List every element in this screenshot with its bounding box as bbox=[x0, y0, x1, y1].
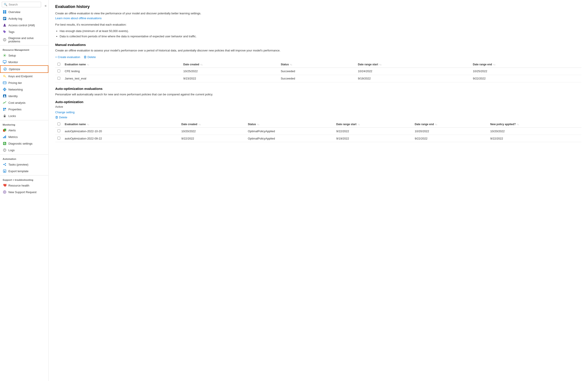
svg-point-11 bbox=[4, 40, 5, 40]
sidebar-item-identity-label: Identity bbox=[8, 95, 18, 98]
sidebar-item-export[interactable]: Export template bbox=[0, 168, 48, 174]
description-1: Create an offline evaluation to view the… bbox=[55, 11, 581, 16]
sidebar-item-overview[interactable]: Overview bbox=[0, 9, 48, 15]
auto-col-date-end: Date range end ↑↓ bbox=[413, 121, 488, 128]
auto-sort-icon-status[interactable]: ↑↓ bbox=[257, 123, 259, 126]
sidebar-item-logs[interactable]: Logs bbox=[0, 147, 48, 153]
sidebar-item-setup[interactable]: Setup bbox=[0, 52, 48, 59]
auto-description: Personalizer will automatically search f… bbox=[55, 92, 581, 97]
sidebar-item-properties-label: Properties bbox=[8, 108, 21, 111]
svg-point-17 bbox=[3, 75, 5, 77]
auto-sort-icon-date-start[interactable]: ↑↓ bbox=[357, 123, 360, 126]
sidebar-item-tasks-label: Tasks (preview) bbox=[8, 163, 28, 166]
sort-icon-date-start[interactable]: ↑↓ bbox=[379, 63, 381, 66]
auto-sort-icon-date-created[interactable]: ↑↓ bbox=[198, 123, 201, 126]
manual-eval-name-1[interactable]: James_test_eval bbox=[63, 75, 181, 82]
sidebar-item-health-label: Resource health bbox=[8, 184, 29, 187]
activity-log-icon bbox=[3, 17, 7, 20]
manual-status-1: Succeeded bbox=[278, 75, 356, 82]
sidebar-item-activity-log[interactable]: Activity log bbox=[0, 15, 48, 22]
change-setting-link[interactable]: Change setting bbox=[55, 111, 74, 114]
auto-col-new-policy: New policy applied? ↑↓ bbox=[488, 121, 581, 128]
svg-line-18 bbox=[5, 77, 6, 78]
sidebar-item-tasks[interactable]: Tasks (preview) bbox=[0, 161, 48, 168]
svg-rect-25 bbox=[5, 108, 6, 109]
iam-icon bbox=[3, 23, 7, 27]
bullet-item-2: Data is collected from periods of time w… bbox=[60, 34, 581, 39]
delete-manual-button[interactable]: Delete bbox=[84, 55, 96, 59]
auto-date-start-0: 9/22/2022 bbox=[334, 128, 412, 135]
sidebar-item-diagnostic-label: Diagnostic settings bbox=[8, 142, 32, 145]
svg-rect-28 bbox=[4, 116, 5, 117]
sidebar-item-tags[interactable]: Tags bbox=[0, 28, 48, 35]
sidebar-item-keys[interactable]: Keys and Endpoint bbox=[0, 73, 48, 80]
svg-rect-5 bbox=[3, 18, 6, 18]
sidebar-item-monitor-label: Monitor bbox=[8, 60, 18, 64]
sidebar-item-diagnose[interactable]: Diagnose and solve problems bbox=[0, 35, 48, 44]
sidebar-item-networking[interactable]: Networking bbox=[0, 86, 48, 93]
sidebar-item-new-support[interactable]: New Support Request bbox=[0, 189, 48, 195]
auto-date-end-0: 10/20/2022 bbox=[413, 128, 488, 135]
manual-date-created-0: 10/25/2022 bbox=[181, 68, 278, 75]
auto-col-date-created: Date created ↑↓ bbox=[179, 121, 246, 128]
auto-delete-button[interactable]: Delete bbox=[55, 116, 67, 119]
sidebar-item-locks-label: Locks bbox=[8, 114, 16, 118]
sort-icon-date-created[interactable]: ↑↓ bbox=[200, 63, 203, 66]
sidebar-item-metrics[interactable]: Metrics bbox=[0, 134, 48, 140]
svg-rect-2 bbox=[3, 12, 4, 14]
svg-line-42 bbox=[4, 165, 5, 165]
svg-point-38 bbox=[3, 164, 4, 165]
sidebar-item-properties[interactable]: Properties bbox=[0, 106, 48, 113]
sidebar-item-locks[interactable]: Locks bbox=[0, 113, 48, 119]
description-2: For best results, it's recommended that … bbox=[55, 22, 581, 27]
auto-sort-icon-name[interactable]: ↑↓ bbox=[87, 123, 89, 126]
auto-status: Active bbox=[55, 105, 581, 108]
sort-icon-status[interactable]: ↑↓ bbox=[290, 63, 292, 66]
collapse-button[interactable]: « bbox=[43, 3, 48, 9]
manual-row-checkbox-1[interactable] bbox=[57, 77, 60, 80]
auto-sort-icon-new-policy[interactable]: ↑↓ bbox=[517, 123, 519, 126]
auto-row-checkbox-1[interactable] bbox=[57, 137, 60, 140]
auto-section-title: Auto-optimization evaluations bbox=[55, 87, 581, 91]
support-icon bbox=[3, 190, 7, 194]
section-monitoring: Monitoring bbox=[0, 121, 48, 127]
alerts-icon bbox=[3, 128, 7, 132]
auto-sort-icon-date-end[interactable]: ↑↓ bbox=[435, 123, 437, 126]
sidebar-item-alerts[interactable]: Alerts bbox=[0, 127, 48, 134]
manual-eval-table: Evaluation name ↑↓ Date created ↑↓ Statu… bbox=[55, 61, 581, 82]
auto-date-created-1: 9/22/2022 bbox=[179, 135, 246, 142]
auto-table-row: autoOptimization-2022-10-20 10/20/2022 O… bbox=[55, 128, 581, 135]
auto-date-start-1: 9/19/2022 bbox=[334, 135, 412, 142]
overview-icon bbox=[3, 10, 7, 14]
sidebar-item-pricing[interactable]: Pricing tier bbox=[0, 80, 48, 86]
auto-table-row: autoOptimization-2022-09-22 9/22/2022 Op… bbox=[55, 135, 581, 142]
search-input[interactable] bbox=[9, 3, 39, 6]
col-date-start: Date range start ↑↓ bbox=[356, 61, 470, 68]
sidebar-item-iam[interactable]: Access control (IAM) bbox=[0, 22, 48, 28]
sidebar-item-identity[interactable]: Identity bbox=[0, 93, 48, 99]
sidebar-item-optimize[interactable]: Optimize bbox=[0, 65, 48, 73]
svg-rect-26 bbox=[3, 109, 4, 111]
sort-icon-date-end[interactable]: ↑↓ bbox=[493, 63, 495, 66]
logs-icon bbox=[3, 148, 7, 152]
sidebar-item-setup-label: Setup bbox=[8, 54, 16, 57]
auto-select-all-checkbox[interactable] bbox=[57, 122, 60, 125]
svg-rect-7 bbox=[3, 19, 5, 20]
manual-action-bar: + Create evaluation Delete bbox=[55, 55, 581, 59]
auto-row-checkbox-0[interactable] bbox=[57, 129, 60, 132]
learn-more-link[interactable]: Learn more about offline evaluations bbox=[55, 17, 102, 20]
sidebar-item-diagnostic[interactable]: Diagnostic settings bbox=[0, 140, 48, 147]
create-evaluation-button[interactable]: + Create evaluation bbox=[55, 55, 80, 59]
manual-row-checkbox-0[interactable] bbox=[57, 70, 60, 72]
auto-col-status: Status ↑↓ bbox=[246, 121, 334, 128]
sort-icon-name[interactable]: ↑↓ bbox=[87, 63, 89, 66]
manual-eval-name-0[interactable]: CFE testing bbox=[63, 68, 181, 75]
sidebar-item-monitor[interactable]: Monitor bbox=[0, 59, 48, 65]
manual-select-all-checkbox[interactable] bbox=[57, 63, 60, 66]
search-box[interactable]: 🔍 bbox=[2, 2, 41, 7]
manual-date-end-0: 10/25/2022 bbox=[471, 68, 581, 75]
sidebar-item-cost[interactable]: Cost analysis bbox=[0, 99, 48, 106]
manual-date-start-1: 9/19/2022 bbox=[356, 75, 470, 82]
auto-date-created-0: 10/20/2022 bbox=[179, 128, 246, 135]
sidebar-item-resource-health[interactable]: Resource health bbox=[0, 182, 48, 189]
